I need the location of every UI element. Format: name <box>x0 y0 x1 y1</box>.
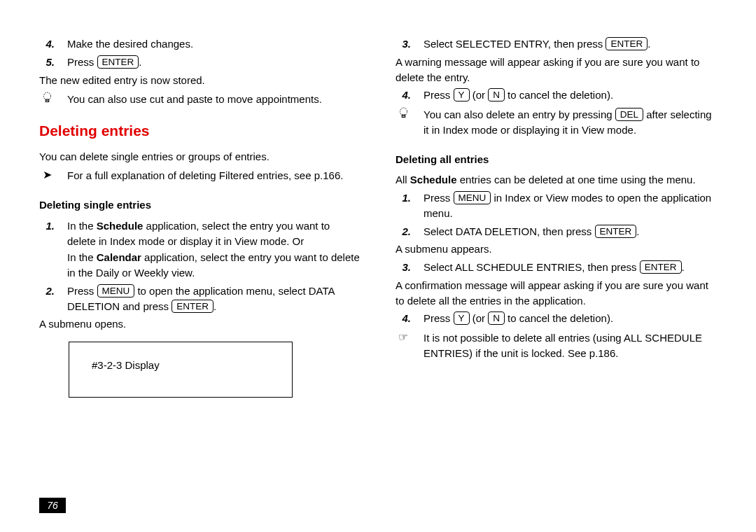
step-number: 2. <box>39 284 55 314</box>
text: Press <box>67 285 97 297</box>
step-text: Make the desired changes. <box>67 36 360 52</box>
menu-key-icon: MENU <box>97 284 135 298</box>
display-label: #3-2-3 Display <box>92 359 160 371</box>
intro-text: You can delete single entries or groups … <box>39 149 360 164</box>
bulb-icon <box>39 92 55 108</box>
text: Press <box>67 56 97 68</box>
text: In the <box>67 251 97 263</box>
text: . <box>636 225 639 237</box>
enter-key-icon: ENTER <box>172 300 214 313</box>
step-text: Press ENTER. <box>67 55 360 70</box>
text: Select ALL SCHEDULE ENTRIES, then press <box>424 261 640 273</box>
text: Select DATA DELETION, then press <box>424 225 595 237</box>
text: Press <box>424 89 454 101</box>
step-4: 4. Make the desired changes. <box>39 36 360 52</box>
tip-row: You can also delete an entry by pressing… <box>396 107 717 138</box>
hand-icon: ☞ <box>396 330 411 361</box>
result-text: The new edited entry is now stored. <box>39 73 360 88</box>
tip-text: You can also use cut and paste to move a… <box>67 92 360 108</box>
text: . <box>648 38 650 50</box>
text: You can also delete an entry by pressing <box>424 108 615 120</box>
single-step-3: 3. Select SELECTED ENTRY, then press ENT… <box>396 36 717 52</box>
note-text: It is not possible to delete all entries… <box>424 330 717 361</box>
left-column: 4. Make the desired changes. 5. Press EN… <box>39 36 360 398</box>
app-name: Schedule <box>410 174 457 186</box>
step-text: Press Y (or N to cancel the deletion). <box>424 88 717 103</box>
intro-text: All Schedule entries can be deleted at o… <box>396 172 717 188</box>
all-step-1: 1. Press MENU in Index or View modes to … <box>396 190 717 221</box>
y-key-icon: Y <box>454 88 470 102</box>
text: In the <box>67 220 97 232</box>
text: (or <box>470 89 489 101</box>
step-number: 4. <box>396 88 411 103</box>
n-key-icon: N <box>488 88 505 102</box>
single-step-4: 4. Press Y (or N to cancel the deletion)… <box>396 88 717 103</box>
step-5: 5. Press ENTER. <box>39 55 360 70</box>
display-box: #3-2-3 Display <box>69 342 293 398</box>
step-number: 1. <box>396 190 411 221</box>
step-text: Select SELECTED ENTRY, then press ENTER. <box>424 36 717 52</box>
submenu-text: A submenu appears. <box>396 241 717 257</box>
all-step-2: 2. Select DATA DELETION, then press ENTE… <box>396 224 717 239</box>
arrow-icon: ➤ <box>39 168 55 183</box>
single-step-1: 1. In the Schedule application, select t… <box>39 218 360 281</box>
manual-page: 4. Make the desired changes. 5. Press EN… <box>0 0 756 419</box>
y-key-icon: Y <box>454 312 470 325</box>
step-text: Select DATA DELETION, then press ENTER. <box>424 224 717 239</box>
step-number: 2. <box>396 224 411 239</box>
text: . <box>139 56 141 68</box>
step-number: 4. <box>396 311 411 326</box>
enter-key-icon: ENTER <box>97 55 139 69</box>
step-number: 5. <box>39 55 55 70</box>
tip-text: You can also delete an entry by pressing… <box>424 107 717 138</box>
menu-key-icon: MENU <box>454 191 491 204</box>
subheading: Deleting all entries <box>396 152 717 167</box>
n-key-icon: N <box>488 312 505 325</box>
step-number: 4. <box>39 36 55 52</box>
subheading: Deleting single entries <box>39 197 360 213</box>
enter-key-icon: ENTER <box>595 225 637 238</box>
step-number: 3. <box>396 260 411 275</box>
text: Select SELECTED ENTRY, then press <box>424 38 606 50</box>
text: Press <box>424 312 454 324</box>
right-column: 3. Select SELECTED ENTRY, then press ENT… <box>396 36 717 398</box>
submenu-text: A submenu opens. <box>39 316 360 332</box>
section-heading: Deleting entries <box>39 120 360 141</box>
step-text: Press MENU in Index or View modes to ope… <box>424 190 717 221</box>
xref-row: ➤ For a full explanation of deleting Fil… <box>39 168 360 183</box>
text: entries can be deleted at one time using… <box>457 174 696 186</box>
text: (or <box>470 312 489 324</box>
bulb-icon <box>396 107 411 138</box>
enter-key-icon: ENTER <box>640 260 682 274</box>
text: All <box>396 174 410 186</box>
confirm-text: A confirmation message will appear askin… <box>396 278 717 309</box>
page-number: 76 <box>39 498 66 513</box>
text: to cancel the deletion). <box>505 312 613 324</box>
text: . <box>682 261 685 273</box>
step-text: Press MENU to open the application menu,… <box>67 284 360 314</box>
step-text: In the Schedule application, select the … <box>67 218 360 281</box>
all-step-3: 3. Select ALL SCHEDULE ENTRIES, then pre… <box>396 260 717 275</box>
warning-text: A warning message will appear asking if … <box>396 55 717 85</box>
tip-row: You can also use cut and paste to move a… <box>39 92 360 108</box>
text: . <box>214 300 216 312</box>
text: Press <box>424 192 454 204</box>
step-number: 3. <box>396 36 411 52</box>
note-row: ☞ It is not possible to delete all entri… <box>396 330 717 361</box>
step-text: Press Y (or N to cancel the deletion). <box>424 311 717 326</box>
xref-text: For a full explanation of deleting Filte… <box>67 168 360 183</box>
step-text: Select ALL SCHEDULE ENTRIES, then press … <box>424 260 717 275</box>
single-step-2: 2. Press MENU to open the application me… <box>39 284 360 314</box>
del-key-icon: DEL <box>615 108 643 121</box>
svg-point-0 <box>43 92 50 100</box>
text: to cancel the deletion). <box>505 89 613 101</box>
enter-key-icon: ENTER <box>606 37 648 50</box>
step-number: 1. <box>39 218 55 281</box>
svg-point-3 <box>400 108 407 115</box>
app-name: Schedule <box>97 220 144 232</box>
app-name: Calendar <box>97 251 141 263</box>
all-step-4: 4. Press Y (or N to cancel the deletion)… <box>396 311 717 326</box>
